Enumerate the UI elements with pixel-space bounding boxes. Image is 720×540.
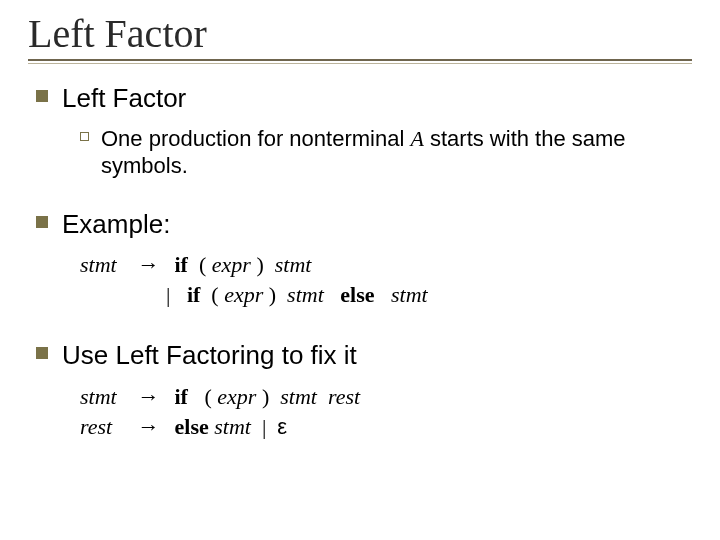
- square-bullet-icon: [36, 347, 48, 359]
- rparen: ): [269, 282, 276, 307]
- bullet-example: Example:: [36, 208, 684, 241]
- square-bullet-icon: [36, 90, 48, 102]
- rparen: ): [256, 252, 263, 277]
- bullet-left-factor: Left Factor: [36, 82, 684, 115]
- rparen: ): [262, 384, 269, 409]
- nt-expr: expr: [212, 252, 251, 277]
- bullet-text: Use Left Factoring to fix it: [62, 339, 357, 372]
- kw-if: if: [175, 252, 188, 277]
- bullet-fix: Use Left Factoring to fix it: [36, 339, 684, 372]
- nt-stmt: stmt: [280, 384, 317, 409]
- arrow-icon: →: [134, 384, 164, 409]
- square-bullet-icon: [36, 216, 48, 228]
- grammar-row-2: rest → else stmt | ε: [80, 412, 684, 442]
- nt-rest: rest: [328, 384, 360, 409]
- nt-stmt: stmt: [391, 282, 428, 307]
- lparen: (: [199, 252, 206, 277]
- kw-if: if: [175, 384, 188, 409]
- grammar-example: stmt → if ( expr ) stmt | if ( expr ) st…: [80, 250, 684, 309]
- lhs-stmt: stmt: [80, 382, 128, 412]
- spacer: [36, 192, 684, 208]
- bullet-text: Left Factor: [62, 82, 186, 115]
- nt-expr: expr: [224, 282, 263, 307]
- slide: Left Factor Left Factor One production f…: [0, 0, 720, 540]
- pipe: |: [166, 282, 170, 307]
- lhs-rest: rest: [80, 412, 128, 442]
- hollow-square-bullet-icon: [80, 132, 89, 141]
- lparen: (: [204, 384, 211, 409]
- epsilon: ε: [277, 414, 287, 439]
- pipe: |: [262, 414, 266, 439]
- subbullet-definition: One production for nonterminal A starts …: [80, 125, 684, 180]
- spacer: [36, 323, 684, 339]
- grammar-row-1: stmt → if ( expr ) stmt rest: [80, 382, 684, 412]
- subbullet-text: One production for nonterminal A starts …: [101, 125, 684, 180]
- slide-body: Left Factor One production for nontermin…: [28, 64, 692, 441]
- kw-if: if: [187, 282, 200, 307]
- def-nonterminal: A: [410, 126, 423, 151]
- nt-stmt: stmt: [275, 252, 312, 277]
- kw-else: else: [175, 414, 209, 439]
- grammar-row-2: | if ( expr ) stmt else stmt: [80, 280, 684, 310]
- grammar-factored: stmt → if ( expr ) stmt rest rest → else…: [80, 382, 684, 441]
- lhs-stmt: stmt: [80, 250, 128, 280]
- grammar-row-1: stmt → if ( expr ) stmt: [80, 250, 684, 280]
- def-pre: One production for nonterminal: [101, 126, 410, 151]
- nt-stmt: stmt: [287, 282, 324, 307]
- arrow-icon: →: [134, 252, 164, 277]
- bullet-text: Example:: [62, 208, 170, 241]
- lparen: (: [211, 282, 218, 307]
- kw-else: else: [340, 282, 374, 307]
- nt-expr: expr: [217, 384, 256, 409]
- nt-stmt: stmt: [214, 414, 251, 439]
- slide-title: Left Factor: [28, 10, 692, 57]
- arrow-icon: →: [134, 414, 164, 439]
